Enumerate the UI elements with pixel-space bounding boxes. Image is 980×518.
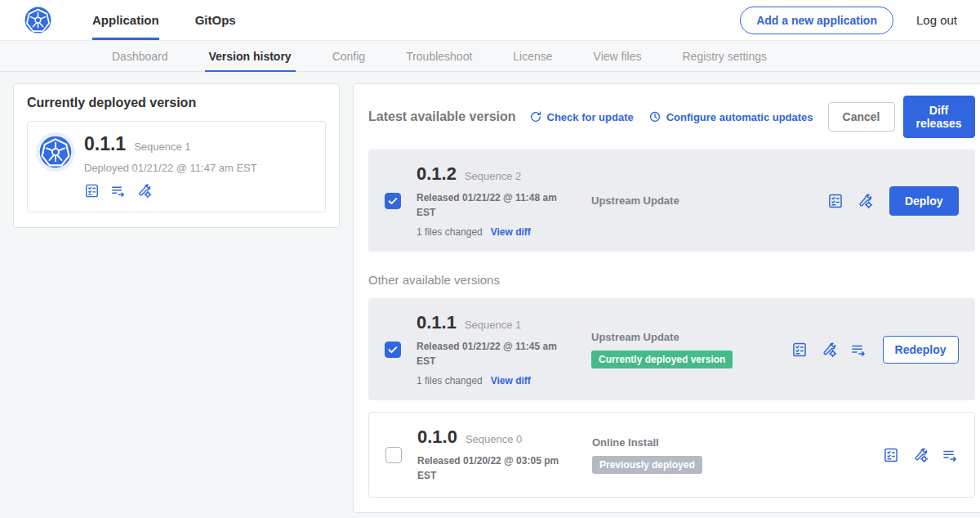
deployed-version-actions <box>84 183 257 199</box>
source-label: Upstream Update <box>591 194 783 207</box>
preflight-checklist-icon[interactable] <box>883 447 899 463</box>
version-source: Online Install Previously deployed <box>592 436 784 474</box>
released-timestamp: Released 01/21/22 @ 11:45 am EST <box>416 339 572 368</box>
subnav-tab-version-history[interactable]: Version history <box>189 41 312 71</box>
version-info: 0.1.2 Sequence 2 Released 01/21/22 @ 11:… <box>416 163 591 238</box>
config-wrench-icon[interactable] <box>857 193 873 209</box>
view-diff-link[interactable]: View diff <box>491 375 531 386</box>
preflight-checklist-icon[interactable] <box>791 342 808 358</box>
view-diff-link[interactable]: View diff <box>491 226 531 238</box>
version-source: Upstream Update Currently deployed versi… <box>591 331 783 368</box>
subnav-tab-config[interactable]: Config <box>312 41 385 71</box>
deploy-logs-icon[interactable] <box>850 342 866 358</box>
kubernetes-logo <box>24 7 51 33</box>
released-timestamp: Released 01/20/22 @ 03:05 pm EST <box>417 453 572 483</box>
version-number: 0.1.2 <box>416 163 457 185</box>
latest-available-version-title: Latest available version <box>368 109 516 124</box>
subnav-tab-view-files[interactable]: View files <box>573 41 662 71</box>
previously-deployed-badge: Previously deployed <box>592 456 702 474</box>
deployed-version-details: 0.1.1 Sequence 1 Deployed 01/21/22 @ 11:… <box>84 133 257 199</box>
version-row-0-1-1: 0.1.1 Sequence 1 Released 01/21/22 @ 11:… <box>368 298 975 400</box>
version-actions <box>883 447 958 463</box>
configure-automatic-updates-label: Configure automatic updates <box>666 111 813 123</box>
currently-deployed-panel: Currently deployed version 0.1.1 Sequenc… <box>13 83 340 228</box>
check-for-update-label: Check for update <box>547 111 634 123</box>
redeploy-button[interactable]: Redeploy <box>883 336 959 364</box>
diff-releases-button[interactable]: Diff releases <box>903 96 975 138</box>
subnav-tab-registry-settings[interactable]: Registry settings <box>662 41 786 71</box>
top-navigation: Application GitOps Add a new application… <box>0 0 980 41</box>
version-number: 0.1.0 <box>417 426 457 448</box>
tab-application[interactable]: Application <box>92 0 159 40</box>
deploy-logs-icon[interactable] <box>942 447 958 463</box>
version-row-0-1-2: 0.1.2 Sequence 2 Released 01/21/22 @ 11:… <box>368 150 975 252</box>
tab-gitops[interactable]: GitOps <box>195 0 236 40</box>
subnav-tab-dashboard[interactable]: Dashboard <box>91 41 189 71</box>
deployed-version-number: 0.1.1 <box>84 133 126 155</box>
deployed-timestamp: Deployed 01/21/22 @ 11:47 am EST <box>84 162 257 174</box>
sequence-label: Sequence 0 <box>466 433 522 445</box>
version-info: 0.1.1 Sequence 1 Released 01/21/22 @ 11:… <box>416 312 591 386</box>
config-wrench-icon[interactable] <box>912 447 929 463</box>
source-label: Upstream Update <box>591 331 783 343</box>
files-changed-label: 1 files changed <box>416 375 483 386</box>
config-wrench-icon[interactable] <box>821 342 837 358</box>
deploy-logs-icon[interactable] <box>110 183 126 199</box>
application-subnav: Dashboard Version history Config Trouble… <box>0 41 980 72</box>
cancel-button[interactable]: Cancel <box>828 102 895 132</box>
deploy-button[interactable]: Deploy <box>889 186 959 216</box>
clock-icon <box>648 110 662 123</box>
version-info: 0.1.0 Sequence 0 Released 01/20/22 @ 03:… <box>417 426 592 483</box>
other-available-versions-title: Other available versions <box>368 273 975 287</box>
version-checkbox[interactable] <box>385 342 401 358</box>
sequence-label: Sequence 1 <box>465 319 521 331</box>
sequence-label: Sequence 2 <box>465 170 521 182</box>
refresh-icon <box>529 110 542 123</box>
subnav-tab-troubleshoot[interactable]: Troubleshoot <box>385 41 492 71</box>
currently-deployed-title: Currently deployed version <box>27 96 326 110</box>
preflight-checklist-icon[interactable] <box>84 183 100 199</box>
latest-version-header: Latest available version Check for updat… <box>368 96 975 138</box>
currently-deployed-badge: Currently deployed version <box>591 351 733 368</box>
version-row-0-1-0: 0.1.0 Sequence 0 Released 01/20/22 @ 03:… <box>368 412 975 498</box>
released-timestamp: Released 01/21/22 @ 11:48 am EST <box>416 190 572 220</box>
deployed-version-card: 0.1.1 Sequence 1 Deployed 01/21/22 @ 11:… <box>27 121 326 212</box>
subnav-tab-license[interactable]: License <box>492 41 572 71</box>
source-label: Online Install <box>592 436 784 449</box>
files-changed-label: 1 files changed <box>416 226 483 238</box>
logout-link[interactable]: Log out <box>916 13 957 27</box>
deployed-sequence-label: Sequence 1 <box>134 141 190 153</box>
version-actions: Deploy <box>827 186 959 216</box>
check-for-update-link[interactable]: Check for update <box>529 110 634 123</box>
app-icon <box>39 136 72 168</box>
version-checkbox[interactable] <box>385 193 401 209</box>
main-content: Currently deployed version 0.1.1 Sequenc… <box>0 72 980 518</box>
version-checkbox[interactable] <box>385 447 402 463</box>
top-tabs: Application GitOps <box>92 0 272 40</box>
version-actions: Redeploy <box>791 336 959 364</box>
version-history-panel: Latest available version Check for updat… <box>353 83 980 513</box>
version-source: Upstream Update <box>591 194 783 207</box>
add-new-application-button[interactable]: Add a new application <box>740 7 893 34</box>
configure-automatic-updates-link[interactable]: Configure automatic updates <box>648 110 813 123</box>
version-number: 0.1.1 <box>416 312 457 333</box>
preflight-checklist-icon[interactable] <box>827 193 844 209</box>
config-wrench-icon[interactable] <box>136 183 152 199</box>
